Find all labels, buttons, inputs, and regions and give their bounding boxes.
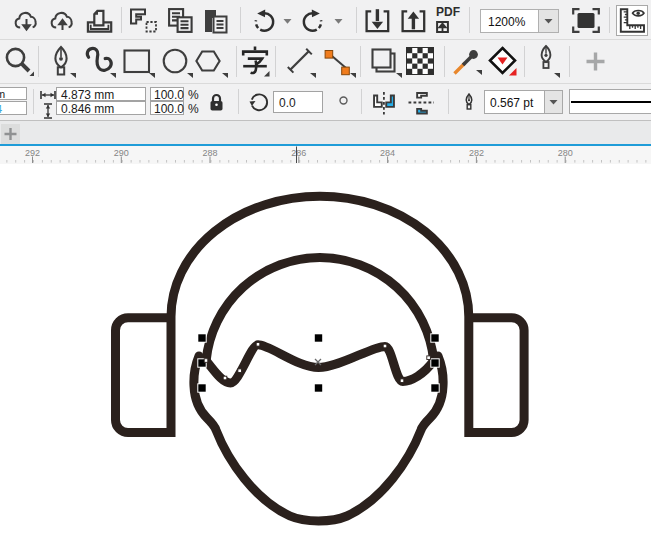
svg-text:284: 284 <box>380 148 395 158</box>
svg-text:282: 282 <box>469 148 484 158</box>
svg-text:288: 288 <box>202 148 217 158</box>
svg-text:290: 290 <box>114 148 129 158</box>
svg-text:292: 292 <box>25 148 40 158</box>
svg-text:286: 286 <box>291 148 306 158</box>
svg-text:280: 280 <box>558 148 573 158</box>
